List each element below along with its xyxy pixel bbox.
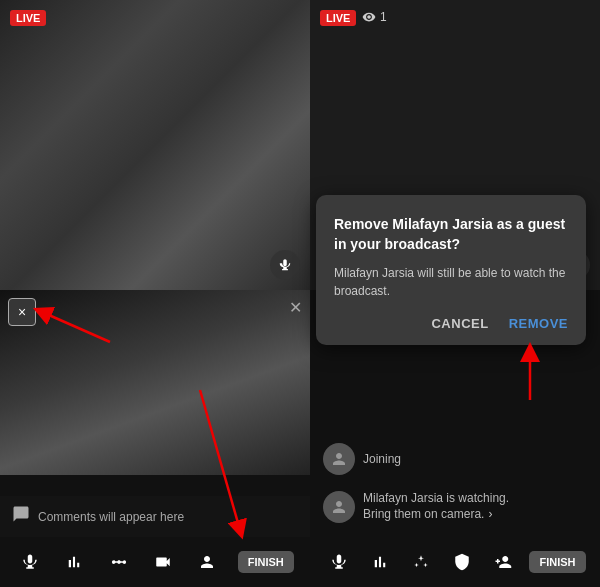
person-toolbar-icon-left[interactable]	[193, 548, 221, 576]
dialog-actions: CANCEL REMOVE	[334, 316, 568, 331]
cancel-button[interactable]: CANCEL	[431, 316, 488, 331]
avatar-joining	[323, 443, 355, 475]
live-badge-left: LIVE	[10, 10, 46, 26]
person-toolbar-icon-right[interactable]	[489, 548, 517, 576]
dialog-body: Milafayn Jarsia will still be able to wa…	[334, 264, 568, 300]
effects-toolbar-icon-right[interactable]	[407, 548, 435, 576]
bottom-toolbar-left: FINISH	[0, 537, 310, 587]
finish-button-left[interactable]: FINISH	[238, 551, 294, 573]
close-icon: ×	[18, 304, 26, 320]
left-panel: LIVE × ✕ Comments will appear here	[0, 0, 310, 587]
stats-toolbar-icon-left[interactable]	[60, 548, 88, 576]
watching-row: Milafayn Jarsia is watching. Bring them …	[323, 491, 588, 523]
live-badge-right: LIVE	[320, 10, 356, 26]
remove-button[interactable]: REMOVE	[509, 316, 568, 331]
bottom-left-video: × ✕	[0, 290, 310, 475]
video-background-bottom	[0, 290, 310, 475]
bottom-toolbar-right: FINISH	[311, 537, 600, 587]
close-guest-button[interactable]: ×	[8, 298, 36, 326]
camera-toolbar-icon-left[interactable]	[149, 548, 177, 576]
mic-toolbar-icon-right[interactable]	[325, 548, 353, 576]
activity-area: Joining Milafayn Jarsia is watching. Bri…	[311, 433, 600, 537]
dialog-title: Remove Milafayn Jarsia as a guest in you…	[334, 215, 568, 254]
viewer-count: 1	[362, 10, 387, 24]
bring-on-camera-text: Bring them on camera.	[363, 507, 484, 521]
mic-button-top[interactable]	[270, 250, 300, 280]
effects-toolbar-icon-left[interactable]	[105, 548, 133, 576]
top-left-video: LIVE	[0, 0, 310, 290]
comments-bar: Comments will appear here	[0, 496, 310, 537]
bring-on-camera[interactable]: Bring them on camera. ›	[363, 507, 509, 521]
chevron-right-icon: ›	[488, 507, 492, 521]
comment-placeholder: Comments will appear here	[38, 510, 184, 524]
watching-text: Milafayn Jarsia is watching.	[363, 491, 509, 505]
x-close-icon: ✕	[289, 298, 302, 317]
remove-guest-dialog: Remove Milafayn Jarsia as a guest in you…	[316, 195, 586, 345]
comment-icon	[12, 505, 30, 528]
avatar-watching	[323, 491, 355, 523]
joining-row: Joining	[323, 443, 588, 475]
viewer-count-number: 1	[380, 10, 387, 24]
video-background-top	[0, 0, 310, 290]
shield-toolbar-icon-right[interactable]	[448, 548, 476, 576]
stats-toolbar-icon-right[interactable]	[366, 548, 394, 576]
mic-toolbar-icon-left[interactable]	[16, 548, 44, 576]
joining-text: Joining	[363, 452, 401, 466]
finish-button-right[interactable]: FINISH	[529, 551, 585, 573]
